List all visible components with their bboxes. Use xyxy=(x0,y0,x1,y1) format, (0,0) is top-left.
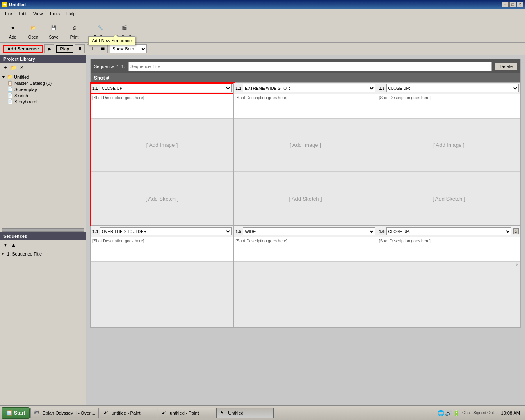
menu-help[interactable]: Help xyxy=(63,10,79,17)
shot-image-area-1-2[interactable]: [ Add Image ] xyxy=(234,119,377,172)
folder-icon: 📁 xyxy=(7,74,13,80)
taskbar-item-paint1[interactable]: 🖌 untitled - Paint xyxy=(100,408,157,418)
shot-desc-1-1: [Shot Description goes here] xyxy=(91,94,233,119)
tree-item-untitled[interactable]: ▼ 📁 Untitled xyxy=(2,74,84,80)
tree-label-screenplay: Screenplay xyxy=(14,87,37,92)
shot-sketch-area-1-1[interactable]: [ Add Sketch ] xyxy=(91,172,233,225)
shot-sketch-area-1-3[interactable]: [ Add Sketch ] xyxy=(377,172,520,225)
shot-sketch-area-1-4[interactable] xyxy=(91,294,233,327)
shot-sketch-area-1-2[interactable]: [ Add Sketch ] xyxy=(234,172,377,225)
shots-grid-row1: 1.1 CLOSE UP: EXTREME WIDE SHOT: WIDE: M… xyxy=(91,82,520,226)
untitled-icon: ★ xyxy=(220,410,226,416)
title-bar: ★ Untitled − □ ✕ xyxy=(0,0,525,9)
tray-icons: 🌐 🔊 🔋 xyxy=(437,410,460,416)
project-tree: ▼ 📁 Untitled 📋 Master Catalog (0) 📄 Scre… xyxy=(0,72,86,228)
left-scroll-bar[interactable] xyxy=(2,228,84,232)
paint1-label: untitled - Paint xyxy=(112,411,140,415)
shot-header-1-4: 1.4 OVER THE SHOULDER: CLOSE UP: WIDE: xyxy=(91,226,233,237)
sequences-list: + 1. Sequence Title xyxy=(0,249,86,405)
etrian-icon: 🎮 xyxy=(34,410,41,416)
main-toolbar: ★ Add 📂 Open 💾 Save 🖨 Print 🔧 Toolbox 🎬 … xyxy=(0,18,525,43)
taskbar-item-etrian[interactable]: 🎮 Etrian Odyssey II - Overl... xyxy=(30,408,99,418)
tree-item-storyboard[interactable]: 📄 Storyboard xyxy=(7,98,84,105)
sequence-header-label: Sequence # xyxy=(94,64,118,69)
save-button[interactable]: 💾 Save xyxy=(44,19,63,41)
shot-image-area-1-6[interactable]: ✕ xyxy=(377,262,520,294)
menu-tools[interactable]: Tools xyxy=(46,10,63,17)
tree-label-master-catalog: Master Catalog (0) xyxy=(14,81,52,86)
tree-item-master-catalog[interactable]: 📋 Master Catalog (0) xyxy=(7,80,84,86)
close-window-button[interactable]: ✕ xyxy=(517,2,523,7)
project-add-button[interactable]: + xyxy=(2,64,9,71)
content-area[interactable]: Sequence # 1. Delete Shot # 1.1 CLOSE UP… xyxy=(86,55,525,405)
frame-forward-button[interactable]: ⏸ xyxy=(87,44,96,53)
shot-header-1-5: 1.5 WIDE: CLOSE UP: MEDIUM: xyxy=(234,226,377,237)
sequences-title: Sequences xyxy=(3,234,27,239)
shot-type-select-1-6[interactable]: CLOSE UP: WIDE: MEDIUM: xyxy=(386,227,511,235)
sequence-title-bar: Sequence # 1. Delete xyxy=(91,59,520,73)
play-icon-button[interactable]: ▶ xyxy=(44,44,54,53)
sequences-up-button[interactable]: ▲ xyxy=(10,241,17,249)
shot-image-area-1-5[interactable] xyxy=(234,262,377,294)
window-title: Untitled xyxy=(9,2,26,7)
menu-edit[interactable]: Edit xyxy=(16,10,30,17)
shot-desc-1-2: [Shot Description goes here] xyxy=(234,94,377,119)
taskbar-item-paint2[interactable]: 🖌 untitled - Paint xyxy=(158,408,215,418)
stop-button[interactable]: ⏹ xyxy=(98,44,108,53)
start-label: Start xyxy=(14,410,25,416)
menu-bar: File Edit View Tools Help xyxy=(0,9,525,18)
shot-desc-1-4: [Shot Description goes here] xyxy=(91,237,233,262)
shot-header-1-3: 1.3 CLOSE UP: EXTREME WIDE SHOT: WIDE: xyxy=(377,83,520,94)
add-button[interactable]: ★ Add xyxy=(3,19,22,41)
shot-cell-1-6: 1.6 CLOSE UP: WIDE: MEDIUM: ✕ [Shot Desc… xyxy=(377,226,520,328)
open-label: Open xyxy=(28,35,38,39)
shot-type-select-1-4[interactable]: OVER THE SHOULDER: CLOSE UP: WIDE: xyxy=(100,227,232,235)
shot-image-area-1-3[interactable]: [ Add Image ] xyxy=(377,119,520,172)
shot-close-button-1-6[interactable]: ✕ xyxy=(513,228,519,234)
shot-cell-1-1: 1.1 CLOSE UP: EXTREME WIDE SHOT: WIDE: M… xyxy=(91,83,234,226)
storyboard-icon: 📄 xyxy=(7,99,13,104)
print-icon: 🖨 xyxy=(68,21,81,34)
sketch-icon: 📄 xyxy=(7,93,13,98)
menu-view[interactable]: View xyxy=(30,10,46,17)
sequences-down-button[interactable]: ▼ xyxy=(2,241,9,249)
add-sequence-button[interactable]: Add Sequence xyxy=(3,45,43,53)
shot-image-area-1-4[interactable] xyxy=(91,262,233,294)
tree-item-screenplay[interactable]: 📄 Screenplay xyxy=(7,86,84,92)
delete-sequence-button[interactable]: Delete xyxy=(495,63,517,70)
shot-sketch-area-1-5[interactable] xyxy=(234,294,377,327)
project-folder-button[interactable]: 📁 xyxy=(10,64,17,71)
show-both-select[interactable]: Show Both Show Image Show Sketch xyxy=(110,44,147,53)
open-button[interactable]: 📂 Open xyxy=(24,19,43,41)
sequence-title-input[interactable] xyxy=(128,62,492,71)
shot-sketch-area-1-6[interactable] xyxy=(377,294,520,327)
chat-label[interactable]: Chat xyxy=(462,411,471,415)
sequence-list-item[interactable]: + 1. Sequence Title xyxy=(2,251,84,257)
start-button[interactable]: 🪟 Start xyxy=(2,407,30,419)
shot-type-select-1-2[interactable]: EXTREME WIDE SHOT: CLOSE UP: WIDE: xyxy=(243,84,375,92)
tree-item-sketch[interactable]: 📄 Sketch xyxy=(7,92,84,98)
add-label: Add xyxy=(9,35,16,39)
shot-type-select-1-1[interactable]: CLOSE UP: EXTREME WIDE SHOT: WIDE: MEDIU… xyxy=(100,84,232,92)
close-icon-1-6[interactable]: ✕ xyxy=(516,262,519,267)
shot-image-area-1-1[interactable]: [ Add Image ] xyxy=(91,119,233,172)
shot-type-select-1-5[interactable]: WIDE: CLOSE UP: MEDIUM: xyxy=(243,227,375,235)
toolbar-separator xyxy=(87,20,87,41)
project-close-button[interactable]: ✕ xyxy=(18,64,25,71)
taskbar-item-untitled[interactable]: ★ Untitled xyxy=(216,408,274,418)
tooltip-text: Add New Sequence xyxy=(92,38,132,43)
network-icon: 🌐 xyxy=(437,410,444,416)
screenplay-icon: 📄 xyxy=(7,87,13,92)
my-studio-icon: 🎬 xyxy=(118,21,131,34)
shot-type-select-1-3[interactable]: CLOSE UP: EXTREME WIDE SHOT: WIDE: xyxy=(386,84,519,92)
step-forward-button[interactable]: ⏸ xyxy=(75,44,85,53)
menu-file[interactable]: File xyxy=(2,10,16,17)
maximize-button[interactable]: □ xyxy=(509,2,516,7)
shot-num-1-4: 1.4 xyxy=(92,229,98,234)
print-button[interactable]: 🖨 Print xyxy=(65,19,84,41)
minimize-button[interactable]: − xyxy=(502,2,509,7)
paint1-icon: 🖌 xyxy=(103,410,110,416)
play-button[interactable]: Play xyxy=(56,45,73,53)
battery-icon: 🔋 xyxy=(453,410,460,416)
etrian-label: Etrian Odyssey II - Overl... xyxy=(42,411,95,415)
